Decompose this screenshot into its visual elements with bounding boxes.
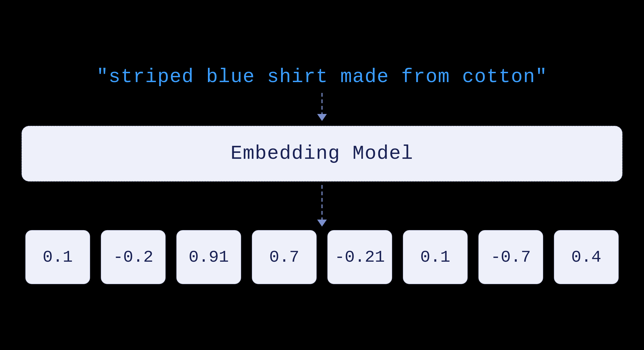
vector-box-7: 0.4	[554, 230, 619, 284]
vector-container: 0.1-0.20.910.7-0.210.1-0.70.4	[22, 230, 622, 284]
vector-value-3: 0.7	[269, 248, 299, 267]
arrow-head-1	[317, 114, 327, 121]
vector-value-1: -0.2	[113, 248, 153, 267]
vector-value-2: 0.91	[189, 248, 229, 267]
dashed-line-1	[321, 93, 323, 115]
vector-value-5: 0.1	[420, 248, 450, 267]
vector-value-4: -0.21	[335, 248, 385, 267]
embedding-model-label: Embedding Model	[231, 143, 413, 165]
vector-box-1: -0.2	[101, 230, 166, 284]
arrow-head-2	[317, 220, 327, 227]
vector-box-4: -0.21	[327, 230, 392, 284]
vector-box-0: 0.1	[25, 230, 90, 284]
input-text: "striped blue shirt made from cotton"	[97, 66, 548, 88]
main-container: "striped blue shirt made from cotton" Em…	[0, 0, 644, 350]
arrow-model-to-vector	[317, 181, 327, 230]
vector-value-7: 0.4	[571, 248, 601, 267]
arrow-input-to-model	[317, 88, 327, 126]
vector-box-2: 0.91	[176, 230, 241, 284]
vector-value-6: -0.7	[491, 248, 531, 267]
vector-box-5: 0.1	[403, 230, 468, 284]
vector-value-0: 0.1	[43, 248, 73, 267]
vector-box-6: -0.7	[478, 230, 543, 284]
vector-box-3: 0.7	[252, 230, 317, 284]
dashed-line-2	[321, 185, 323, 220]
embedding-model-box: Embedding Model	[22, 126, 622, 181]
